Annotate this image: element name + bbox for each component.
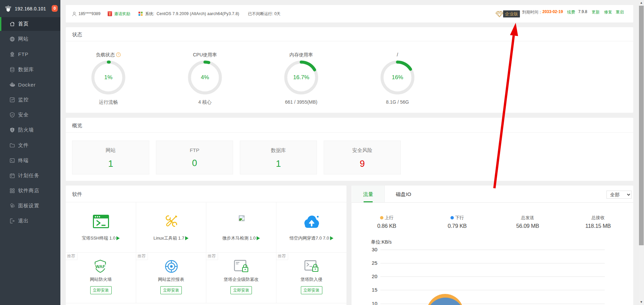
svg-text:?: ?: [118, 53, 119, 56]
svg-text:WAF: WAF: [95, 264, 105, 269]
